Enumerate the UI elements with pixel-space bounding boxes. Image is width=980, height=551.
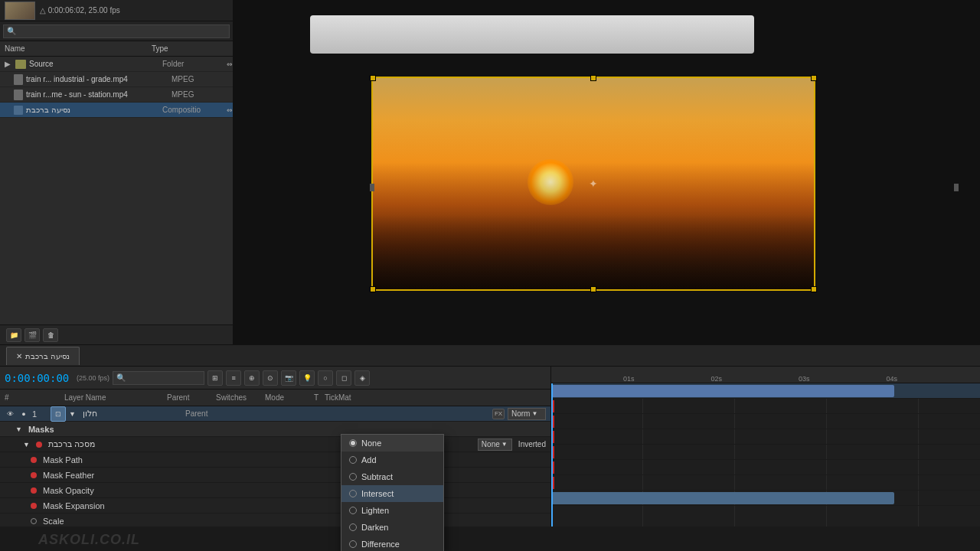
tl-light-button[interactable]: 💡 <box>299 370 315 386</box>
inverted-checkbox-label: Inverted <box>518 440 546 448</box>
scale-row[interactable]: Scale <box>0 514 550 527</box>
layer-rows: 👁 ● 1 ⊡ ▼ חלון Parent FX Norm ▼ <box>0 406 550 527</box>
scale-icon <box>31 518 37 524</box>
mask-mode-value: None <box>482 440 500 448</box>
file-icon <box>14 90 23 100</box>
playhead[interactable] <box>551 383 553 527</box>
handle-right[interactable] <box>954 184 959 191</box>
timeline-fps: (25.00 fps) <box>77 374 109 382</box>
timeline-current-time[interactable]: 0:00:00:00 <box>5 372 74 384</box>
ruler-mark-1s: 01s <box>623 375 635 383</box>
composition-icon <box>14 106 23 115</box>
solo-toggle[interactable]: ● <box>18 409 29 419</box>
layer-row[interactable]: 👁 ● 1 ⊡ ▼ חלון Parent FX Norm ▼ <box>0 406 550 422</box>
layer-name: חלון <box>83 409 182 419</box>
option-label-subtract: Subtract <box>361 472 393 481</box>
timeline-controls-bar: 0:00:00:00 (25.00 fps) ⊞ ≡ ⊕ ⊙ 📷 💡 ○ ◻ ◈ <box>0 367 550 390</box>
new-item-button[interactable]: 🎬 <box>24 328 40 342</box>
tl-shape-button[interactable]: ◻ <box>336 370 351 386</box>
layer-expand-toggle[interactable]: ▼ <box>69 410 80 418</box>
tl-render-button[interactable]: ⊙ <box>263 370 278 386</box>
tl-expand-all-button[interactable]: ⊞ <box>207 370 223 386</box>
preview-area: ✦ ⚙ 100% ⊞ 0:00:00:00 ▶ ▶▶ 📷 🎥 Full Half… <box>234 0 980 344</box>
white-bar-element <box>310 15 754 54</box>
radio-subtract <box>349 473 357 481</box>
project-search-bar[interactable] <box>0 21 233 41</box>
dropdown-option-none[interactable]: None <box>341 435 443 452</box>
mask-opacity-label: Mask Opacity <box>43 486 94 495</box>
tl-adj-button[interactable]: ◈ <box>354 370 370 386</box>
new-folder-button[interactable]: 📁 <box>6 328 21 342</box>
timeline-tracks <box>551 383 980 527</box>
layer-mode-dropdown[interactable]: Norm ▼ <box>508 408 546 420</box>
masks-label: Masks <box>28 425 54 434</box>
tl-null-button[interactable]: ○ <box>318 370 333 386</box>
mask-expansion-label: Mask Expansion <box>43 501 105 510</box>
track-row-mask-feather <box>551 429 980 445</box>
dropdown-arrow-icon: ▼ <box>531 410 537 417</box>
dropdown-option-darken[interactable]: Darken <box>341 519 443 536</box>
dropdown-option-difference[interactable]: Difference <box>341 536 443 551</box>
handle-left[interactable] <box>370 184 374 191</box>
list-item[interactable]: train r... industrial - grade.mp4 MPEG <box>0 72 233 87</box>
masks-expand-toggle[interactable]: ▼ <box>15 425 22 433</box>
tab-close-icon[interactable]: ✕ <box>16 352 22 360</box>
list-item[interactable]: train r...me - sun - station.mp4 MPEG <box>0 87 233 103</box>
masks-section-header[interactable]: ▼ Masks <box>0 422 550 437</box>
visibility-toggle[interactable]: 👁 <box>5 409 15 419</box>
top-area: △ 0:00:06:02, 25.00 fps Name Type ▶ Sour… <box>0 0 980 344</box>
timecode-display: △ 0:00:06:02, 25.00 fps <box>40 6 120 15</box>
video-frame <box>371 77 815 291</box>
mask-expand-toggle[interactable]: ▼ <box>23 441 30 448</box>
track-bar-layer2[interactable] <box>551 492 894 504</box>
radio-add <box>349 456 357 464</box>
composition-tab[interactable]: ✕ נסיעה ברכבת <box>6 347 80 365</box>
ruler-marks: 01s 02s 03s 04s <box>554 367 897 383</box>
track-row-mask-path <box>551 414 980 429</box>
track-row-mask-expansion <box>551 460 980 475</box>
list-item[interactable]: ▶ Source Folder ⇔ <box>0 57 233 72</box>
project-bottom-toolbar: 📁 🎬 🗑 ASKOLI.CO.IL <box>0 324 233 344</box>
dropdown-option-lighten[interactable]: Lighten <box>341 502 443 519</box>
project-panel: △ 0:00:06:02, 25.00 fps Name Type ▶ Sour… <box>0 0 234 344</box>
option-label-difference: Difference <box>361 540 400 549</box>
project-search-input[interactable] <box>3 24 230 38</box>
track-bar-layer1[interactable] <box>551 385 894 397</box>
layer-type-icon: ⊡ <box>51 406 66 422</box>
tl-comp-button[interactable]: ⊕ <box>244 370 260 386</box>
mask-path-row[interactable]: Mask Path <box>0 452 550 468</box>
mask-mode-dropdown-menu: None Add Subtract Intersect Lighten Dark… <box>341 434 444 551</box>
tl-camera-button[interactable]: 📷 <box>281 370 296 386</box>
ruler-mark-2s: 02s <box>711 375 723 383</box>
mask-opacity-row[interactable]: Mask Opacity <box>0 483 550 498</box>
tl-collapse-button[interactable]: ≡ <box>226 370 241 386</box>
time-ruler: 01s 02s 03s 04s <box>551 367 980 383</box>
thumbnail-preview <box>5 2 35 20</box>
tree-silhouette <box>373 215 814 289</box>
col-type-header: Type <box>152 44 228 53</box>
mask-feather-row[interactable]: Mask Feather <box>0 468 550 483</box>
option-label-add: Add <box>361 455 377 465</box>
scale-label: Scale <box>43 517 64 526</box>
dropdown-option-add[interactable]: Add <box>341 452 443 468</box>
mask-row[interactable]: ▼ מסכה ברכבת None ▼ Inverted <box>0 437 550 452</box>
radio-lighten <box>349 507 357 514</box>
delete-button[interactable]: 🗑 <box>43 328 58 342</box>
option-label-lighten: Lighten <box>361 506 389 515</box>
layer-switches[interactable]: FX <box>492 409 505 419</box>
mask-prop-icon <box>31 472 37 478</box>
preview-canvas[interactable]: ✦ <box>234 0 980 344</box>
radio-difference <box>349 540 357 548</box>
mask-expansion-row[interactable]: Mask Expansion <box>0 498 550 514</box>
mask-mode-dropdown-button[interactable]: None ▼ <box>478 439 512 451</box>
radio-intersect <box>349 490 357 497</box>
dropdown-option-subtract[interactable]: Subtract <box>341 468 443 485</box>
track-row-scale <box>551 475 980 491</box>
track-row-masks <box>551 399 980 414</box>
option-label-intersect: Intersect <box>361 489 394 498</box>
mask-prop-icon <box>31 487 37 494</box>
project-items-list: ▶ Source Folder ⇔ train r... industrial … <box>0 57 233 324</box>
list-item[interactable]: נסיעה ברכבת Compositio ⇔ <box>0 103 233 118</box>
dropdown-option-intersect[interactable]: Intersect <box>341 485 443 502</box>
timeline-search-input[interactable] <box>113 371 204 385</box>
